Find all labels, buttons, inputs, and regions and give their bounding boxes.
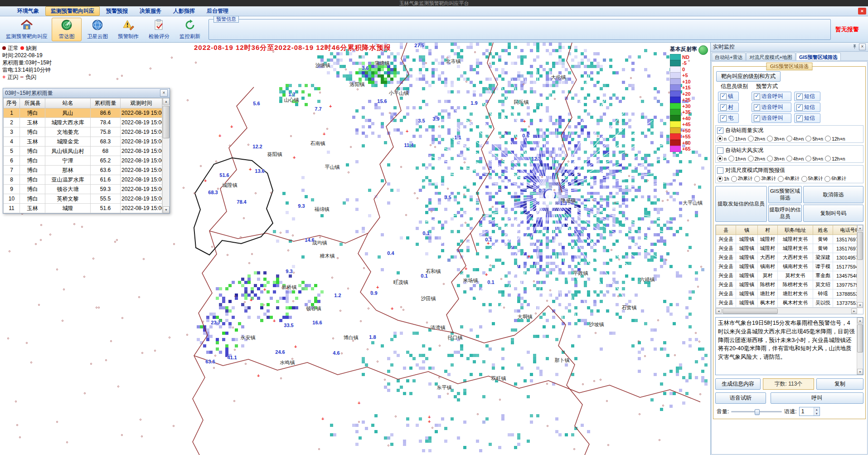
menu-item-3[interactable]: 预警预报 [101,6,133,16]
checkbox-icon[interactable] [796,104,803,111]
rain-table-close-button[interactable]: × [160,89,168,97]
rain-option-2[interactable]: 1h+n [728,136,746,142]
checkbox-icon[interactable] [754,115,760,122]
scroll-up-icon[interactable]: ▲ [163,98,170,105]
map-locate-button[interactable] [698,45,708,55]
copy-call-number-button[interactable]: 复制叫号码 [803,205,863,222]
contacts-column-header[interactable]: 姓名 [813,225,833,235]
checkbox-icon[interactable] [796,115,803,122]
contacts-column-header[interactable]: 村 [758,225,778,235]
radio-icon[interactable] [767,136,773,142]
table-row[interactable]: 10博白英桥文黎55.52022-08-19 15:00 [4,194,162,204]
contact-row[interactable]: 兴业县城隍镇陈榜村陈榜村支书莫文绍1397757963 [716,280,864,289]
scroll-down-icon[interactable]: ▼ [163,206,170,213]
contact-row[interactable]: 兴业县城隍镇城隍村城隍村支书黄铸1351769757 [716,244,864,253]
rain-table[interactable]: 序号所属县站名累积雨量观测时间 1博白凤山86.62022-08-19 15:0… [3,98,162,213]
model-option-4[interactable]: 4h累计 [778,176,800,182]
checkbox-icon[interactable] [754,93,760,100]
rain-live-checkbox[interactable] [717,127,723,134]
window-close-button[interactable]: × [858,8,866,15]
level-checkbox-2[interactable]: 村 [718,103,739,112]
volume-slider-thumb[interactable] [755,409,760,415]
scroll-up-icon[interactable]: ▲ [857,318,863,323]
cancel-filter-button[interactable]: 取消筛选 [803,186,863,203]
checkbox-icon[interactable] [720,104,727,111]
radio-icon[interactable] [824,176,830,182]
wind-option-7[interactable]: 12h+n [825,156,845,161]
table-row[interactable]: 2玉林城隍大西水库78.42022-08-19 15:00 [4,118,162,127]
rain-option-3[interactable]: 2h+n [748,136,766,142]
radio-icon[interactable] [728,156,734,161]
panel-tab-3[interactable]: GIS预警区域筛选 [796,53,841,60]
wind-option-2[interactable]: 1h+n [728,156,746,161]
radio-icon[interactable] [786,156,792,161]
scroll-left-icon[interactable]: ◄ [716,308,722,314]
level-checkbox-1[interactable]: 镇 [718,92,739,101]
model-option-6[interactable]: 6h累计 [824,176,846,182]
voice-call-checkbox-3[interactable]: 语音呼叫 [752,113,791,123]
checkbox-icon[interactable] [754,104,760,111]
radio-icon[interactable] [731,176,737,182]
map-area[interactable]: ++++++++++++++++++++++++++ 2022-08-19 12… [0,43,710,455]
extract-call-informer-button[interactable]: 提取呼叫的信息员 [768,205,802,222]
radio-icon[interactable] [801,176,807,182]
speed-spinner[interactable]: 1 ▲▼ [799,407,820,416]
radio-icon[interactable] [805,156,811,161]
contacts-horizontal-scrollbar[interactable]: ◄ ► [716,308,857,314]
model-option-5[interactable]: 5h累计 [801,176,823,182]
table-row[interactable]: 9博白顿谷大塘59.32022-08-19 15:00 [4,185,162,194]
contact-row[interactable]: 兴业县城隍镇塘肚村塘肚村支书钟瑶1378855341 [716,289,864,298]
table-row[interactable]: 8博白亚山温罗水库61.62022-08-19 15:00 [4,175,162,185]
message-vertical-scrollbar[interactable]: ▲ ▼ [857,318,863,375]
model-option-2[interactable]: 2h累计 [731,176,753,182]
panel-tab-1[interactable]: 自动站+雷达 [712,53,746,60]
table-row[interactable]: 7博白那林63.62022-08-19 15:00 [4,166,162,175]
radio-icon[interactable] [825,156,831,161]
radio-icon[interactable] [778,176,784,182]
scroll-right-icon[interactable]: ► [851,308,857,314]
checkbox-icon[interactable] [796,93,803,100]
contact-row[interactable]: 兴业县城隍镇镇南村镇南村支书谭于模1517759467 [716,262,864,271]
table-row[interactable]: 11玉林城隍51.62022-08-19 15:00 [4,204,162,213]
wind-option-6[interactable]: 5h+n [805,156,823,161]
toolbar-refresh-button[interactable]: 监控刷新 [175,18,205,41]
wind-live-checkbox[interactable] [717,147,723,154]
column-header[interactable]: 序号 [4,98,20,108]
level-checkbox-3[interactable]: 屯 [718,113,739,123]
scroll-thumb[interactable] [163,106,170,138]
extract-sms-informer-button[interactable]: 提取发短信的信息员 [715,186,767,222]
panel-close-icon[interactable]: × [859,44,866,50]
wind-option-1[interactable]: n [717,156,727,161]
contacts-column-header[interactable]: 职务/地址 [778,225,813,235]
radio-icon[interactable] [786,136,792,142]
menu-item-2[interactable]: 监测预警靶向叫应 [45,6,100,16]
radio-icon[interactable] [805,136,811,142]
scroll-thumb[interactable] [723,308,778,314]
copy-message-button[interactable]: 复制 [816,378,863,390]
toolbar-score-button[interactable]: 检验评分 [144,18,174,41]
generate-message-button[interactable]: 生成信息内容 [715,378,761,390]
call-button[interactable]: 呼叫 [771,392,863,404]
gis-filter-button[interactable]: GIS预警区域筛选 [768,186,802,203]
model-option-1[interactable]: 1h [717,176,729,182]
contacts-column-header[interactable]: 县 [716,225,736,235]
panel-tab-2[interactable]: 对流尺度模式+地图 [746,53,795,60]
contact-row[interactable]: 兴业县城隍镇大西村大西村支书梁深建1301495717 [716,253,864,262]
radio-icon[interactable] [717,136,723,142]
contact-row[interactable]: 兴业县城隍镇枫木村枫木村支书吴以悦1373755117 [716,298,864,308]
radio-icon[interactable] [717,156,723,161]
scroll-up-icon[interactable]: ▲ [857,225,863,231]
scroll-thumb[interactable] [857,324,863,352]
wind-option-4[interactable]: 3h+n [767,156,785,161]
sms-checkbox-3[interactable]: 短信 [794,113,820,123]
menu-item-1[interactable]: 环境气象 [12,6,44,16]
contact-row[interactable]: 兴业县城隍镇城隍村城隍村支书黄铸1351769757 [716,235,864,244]
radio-icon[interactable] [748,156,754,161]
contact-row[interactable]: 兴业县城隍镇莫村莫村支书覃金彪1345754059 [716,271,864,280]
rain-table-titlebar[interactable]: 03时~15时累积雨量 × [3,88,170,98]
toolbar-radar-button[interactable]: 雷达图 [52,18,82,41]
spinner-arrows-icon[interactable]: ▲▼ [814,407,820,416]
rain-option-6[interactable]: 5h+n [805,136,823,142]
radio-icon[interactable] [748,136,754,142]
checkbox-icon[interactable] [720,115,727,122]
